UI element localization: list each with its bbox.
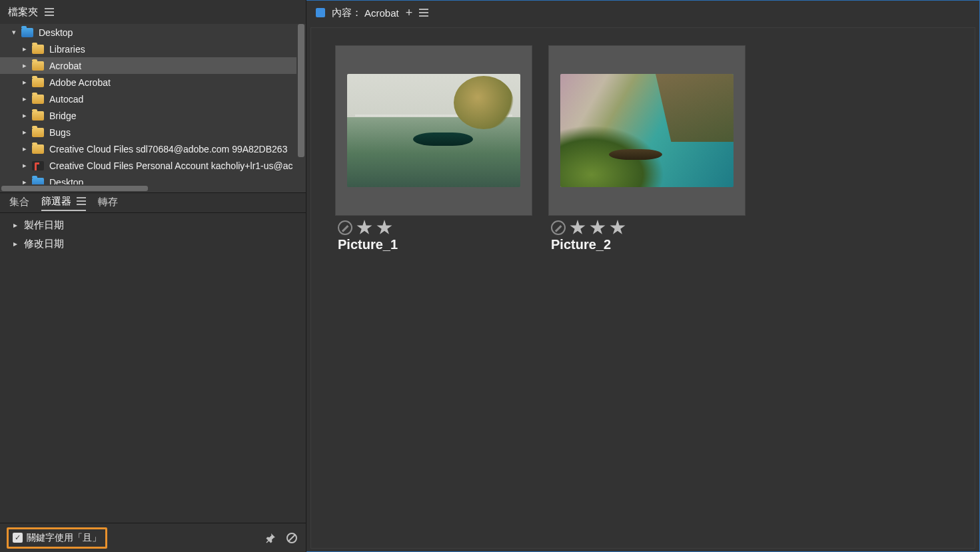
- folder-item[interactable]: ▸ Bridge: [0, 107, 306, 124]
- folder-label: Adobe Acrobat: [49, 77, 111, 88]
- expand-arrow-icon[interactable]: ▸: [20, 45, 29, 53]
- svg-line-1: [288, 535, 295, 541]
- folder-scrollbar[interactable]: [296, 24, 306, 192]
- folder-icon: [32, 78, 44, 87]
- tab-filter[interactable]: 篩選器: [41, 195, 86, 211]
- thumbnail-image: [347, 74, 520, 187]
- folder-item-selected[interactable]: ▸ Acrobat: [0, 57, 306, 74]
- content-tab-indicator: [316, 8, 325, 17]
- content-header-path: Acrobat: [364, 7, 399, 19]
- keyword-and-label: 關鍵字使用「且」: [27, 532, 101, 544]
- thumbnail-image: [560, 74, 734, 187]
- star-icon[interactable]: [570, 220, 586, 236]
- filter-item-date-created[interactable]: ▸ 製作日期: [0, 216, 306, 234]
- collapse-arrow-icon[interactable]: ▾: [9, 28, 19, 37]
- cancel-icon[interactable]: [284, 531, 299, 545]
- content-grid: Picture_1 Picture_2: [310, 27, 975, 549]
- panel-menu-icon[interactable]: [77, 197, 86, 205]
- folder-item[interactable]: ▸ Adobe Acrobat: [0, 74, 306, 91]
- expand-arrow-icon[interactable]: ▸: [20, 161, 29, 170]
- folder-icon: [32, 128, 44, 137]
- star-icon[interactable]: [376, 220, 392, 236]
- folder-label: Creative Cloud Files sdl70684@adobe.com …: [49, 144, 287, 154]
- expand-arrow-icon[interactable]: ▸: [20, 111, 29, 120]
- folder-label: Desktop: [39, 27, 73, 38]
- left-panel: 檔案夾 ▾ Desktop ▸ Libraries: [0, 0, 306, 552]
- thumbnail-name: Picture_2: [548, 237, 745, 252]
- folder-label: Creative Cloud Files Personal Account ka…: [49, 160, 293, 171]
- thumbnail-frame[interactable]: [548, 45, 745, 216]
- folder-icon: [32, 144, 44, 154]
- content-panel: 內容： Acrobat + Picture_1: [306, 0, 980, 552]
- star-icon[interactable]: [610, 220, 626, 236]
- folder-item[interactable]: ▸ Bugs: [0, 124, 306, 140]
- panel-menu-icon[interactable]: [45, 8, 54, 16]
- star-icon[interactable]: [590, 220, 606, 236]
- folder-label: Acrobat: [49, 61, 81, 71]
- folder-scrollbar-horizontal[interactable]: [0, 184, 306, 192]
- keyword-and-option[interactable]: ✓ 關鍵字使用「且」: [7, 527, 107, 549]
- folder-icon: [32, 111, 44, 121]
- folder-tree: ▾ Desktop ▸ Libraries ▸ Acrobat: [0, 24, 306, 192]
- folder-icon: [21, 28, 33, 37]
- folder-label: Bridge: [49, 111, 76, 121]
- expand-arrow-icon[interactable]: ▸: [20, 95, 29, 103]
- folder-panel: 檔案夾 ▾ Desktop ▸ Libraries: [0, 0, 306, 193]
- folder-root[interactable]: ▾ Desktop: [0, 24, 306, 41]
- panel-menu-icon[interactable]: [419, 9, 428, 17]
- cc-folder-icon: [32, 161, 44, 170]
- folder-label: Bugs: [49, 127, 71, 138]
- add-tab-icon[interactable]: +: [406, 6, 413, 20]
- folder-icon: [32, 95, 44, 104]
- folder-label: Libraries: [49, 44, 85, 55]
- content-header-prefix: 內容：: [332, 7, 362, 19]
- folder-item[interactable]: ▸ Autocad: [0, 91, 306, 107]
- folder-item[interactable]: ▸ Creative Cloud Files Personal Account …: [0, 157, 306, 174]
- pin-icon[interactable]: [263, 531, 278, 545]
- expand-arrow-icon[interactable]: ▸: [9, 220, 21, 230]
- tab-collections[interactable]: 集合: [9, 196, 29, 210]
- thumbnail-item[interactable]: Picture_2: [548, 45, 745, 252]
- folder-panel-title: 檔案夾: [8, 6, 38, 19]
- folder-item[interactable]: ▸ Libraries: [0, 41, 306, 57]
- expand-arrow-icon[interactable]: ▸: [9, 239, 21, 248]
- folder-item[interactable]: ▸ Creative Cloud Files sdl70684@adobe.co…: [0, 140, 306, 157]
- star-icon[interactable]: [356, 220, 372, 236]
- folder-label: Autocad: [49, 94, 83, 105]
- thumbnail-item[interactable]: Picture_1: [335, 45, 532, 252]
- thumbnail-frame[interactable]: [335, 45, 532, 216]
- expand-arrow-icon[interactable]: ▸: [20, 128, 29, 137]
- folder-icon: [32, 61, 44, 71]
- expand-arrow-icon[interactable]: ▸: [20, 144, 29, 153]
- expand-arrow-icon[interactable]: ▸: [20, 61, 29, 70]
- filter-item-date-modified[interactable]: ▸ 修改日期: [0, 234, 306, 253]
- checkbox-checked-icon[interactable]: ✓: [13, 533, 23, 543]
- reject-icon[interactable]: [551, 220, 566, 235]
- folder-icon: [32, 45, 44, 54]
- reject-icon[interactable]: [338, 220, 352, 235]
- expand-arrow-icon[interactable]: ▸: [20, 78, 29, 87]
- filter-panel: 集合 篩選器 轉存 ▸ 製作日期 ▸ 修改日期 ✓ 關鍵字使用「且」: [0, 193, 306, 552]
- thumbnail-name: Picture_1: [335, 237, 532, 252]
- tab-export[interactable]: 轉存: [98, 196, 118, 210]
